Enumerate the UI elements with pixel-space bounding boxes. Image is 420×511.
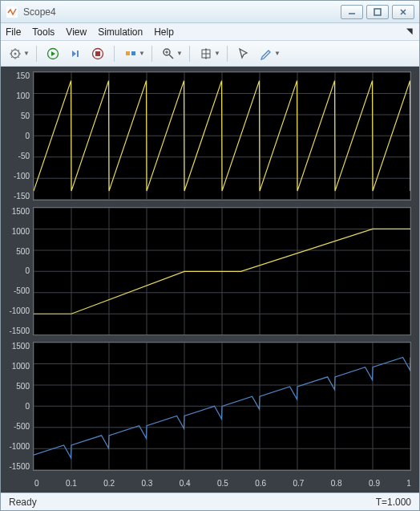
x-tick-labels: 00.10.20.30.40.50.60.70.80.91 — [34, 479, 411, 488]
y-tick: 500 — [16, 247, 30, 256]
step-icon[interactable] — [66, 44, 85, 63]
svg-rect-9 — [126, 51, 130, 55]
menu-simulation[interactable]: Simulation — [98, 26, 143, 38]
window-title: Scope4 — [23, 6, 341, 18]
x-tick: 0.4 — [180, 479, 191, 488]
axes-2: 150010005000-500-1000-1500 — [6, 207, 411, 336]
plot-canvas-1[interactable] — [33, 71, 411, 201]
cursor-icon[interactable] — [234, 44, 253, 63]
gear-dropdown-icon[interactable]: ▼ — [23, 50, 30, 57]
y-tick: 500 — [16, 382, 30, 391]
stop-icon[interactable] — [88, 44, 107, 63]
toolbar: ▼ ▼ ▼ ▼ ▼ — [1, 41, 419, 67]
window-controls — [341, 5, 414, 19]
svg-rect-2 — [374, 9, 381, 15]
gear-icon[interactable] — [6, 44, 25, 63]
y-tick: -50 — [18, 152, 30, 160]
y-tick: 0 — [25, 132, 30, 140]
y-tick: 50 — [21, 112, 30, 120]
x-tick: 1 — [406, 479, 411, 488]
menu-tools[interactable]: Tools — [32, 26, 55, 38]
toolbar-separator — [36, 46, 37, 62]
x-tick: 0 — [34, 479, 39, 488]
plot-area: 150100500-50-100-150 150010005000-500-10… — [1, 67, 419, 493]
maximize-button[interactable] — [366, 5, 389, 19]
toolbar-separator — [189, 46, 190, 62]
statusbar: Ready T=1.000 — [1, 493, 419, 510]
annotate-icon[interactable] — [256, 44, 276, 63]
y-tick: 1000 — [12, 362, 30, 371]
annotate-dropdown-icon[interactable]: ▼ — [274, 50, 281, 57]
svg-point-4 — [14, 52, 17, 55]
svg-rect-10 — [131, 51, 135, 55]
y-tick-labels-2: 150010005000-500-1000-1500 — [6, 207, 33, 336]
x-tick: 0.1 — [66, 479, 77, 488]
svg-rect-8 — [95, 51, 100, 56]
y-tick-labels-3: 150010005000-500-1000-1500 — [6, 342, 33, 471]
autoscale-icon[interactable] — [196, 44, 216, 63]
zoom-icon[interactable] — [159, 44, 178, 63]
run-icon[interactable] — [43, 44, 63, 63]
x-tick: 0.3 — [141, 479, 152, 488]
status-time: T=1.000 — [376, 497, 411, 508]
svg-line-12 — [169, 55, 173, 59]
y-tick: 0 — [25, 402, 30, 411]
x-tick: 0.5 — [217, 479, 228, 488]
axes-1: 150100500-50-100-150 — [6, 71, 411, 201]
close-button[interactable] — [392, 5, 414, 19]
y-tick: -1500 — [9, 326, 30, 335]
plot-canvas-3[interactable] — [33, 342, 411, 471]
toolbar-separator — [114, 46, 115, 62]
y-tick: -1000 — [9, 442, 30, 451]
toolbar-separator — [227, 46, 228, 62]
scope-window: Scope4 File Tools View Simulation Help ◥… — [0, 0, 420, 511]
y-tick: -1000 — [9, 306, 30, 315]
x-tick: 0.6 — [255, 479, 266, 488]
y-tick: 100 — [16, 91, 30, 100]
minimize-button[interactable] — [341, 5, 363, 19]
plot-canvas-2[interactable] — [33, 207, 411, 336]
x-tick: 0.2 — [103, 479, 115, 488]
menu-help[interactable]: Help — [154, 26, 174, 38]
status-ready: Ready — [9, 497, 37, 508]
highlight-dropdown-icon[interactable]: ▼ — [139, 50, 145, 57]
toolbar-toggle-icon[interactable]: ◥ — [406, 26, 413, 35]
autoscale-dropdown-icon[interactable]: ▼ — [214, 50, 220, 57]
x-tick: 0.9 — [369, 479, 380, 488]
menu-file[interactable]: File — [6, 26, 21, 38]
y-tick: -500 — [14, 422, 30, 431]
app-icon — [6, 6, 18, 18]
y-tick: -150 — [14, 192, 30, 201]
y-tick: 1000 — [12, 227, 30, 236]
y-tick: -1500 — [9, 462, 30, 471]
titlebar: Scope4 — [1, 1, 419, 23]
y-tick: 1500 — [12, 207, 30, 216]
axes-3: 150010005000-500-1000-1500 — [6, 342, 411, 471]
x-tick: 0.7 — [293, 479, 305, 488]
highlight-icon[interactable] — [121, 44, 140, 63]
menu-view[interactable]: View — [66, 26, 87, 38]
y-tick: -100 — [14, 172, 30, 180]
toolbar-separator — [151, 46, 152, 62]
zoom-dropdown-icon[interactable]: ▼ — [176, 50, 183, 57]
y-tick: 1500 — [12, 342, 30, 351]
menubar: File Tools View Simulation Help ◥ — [1, 23, 419, 41]
y-tick: -500 — [14, 286, 30, 295]
y-tick: 150 — [16, 71, 30, 80]
y-tick-labels-1: 150100500-50-100-150 — [6, 71, 33, 201]
y-tick: 0 — [25, 266, 30, 275]
svg-rect-6 — [77, 51, 79, 57]
x-tick: 0.8 — [331, 479, 342, 488]
